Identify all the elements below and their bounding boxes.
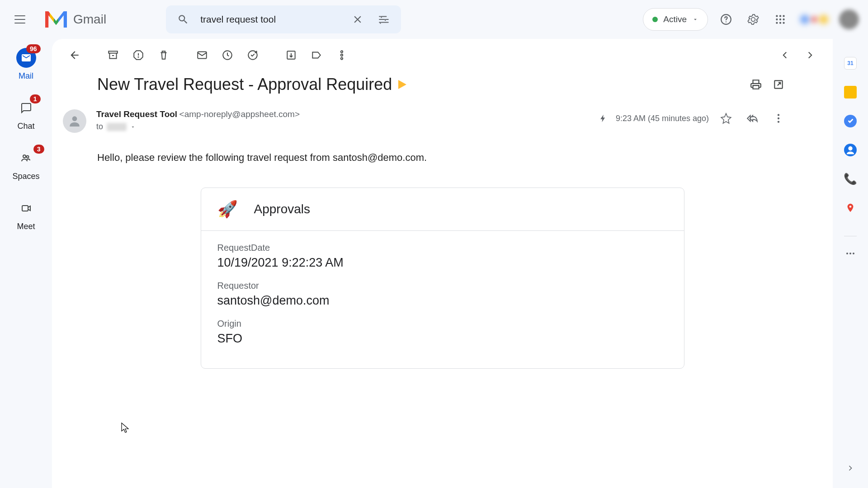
chat-icon xyxy=(21,103,32,113)
star-button[interactable] xyxy=(717,109,735,127)
sender-name: Travel Request Tool xyxy=(96,109,177,119)
back-button[interactable] xyxy=(63,43,86,67)
org-logo-blurred xyxy=(798,10,830,28)
settings-button[interactable] xyxy=(744,10,762,28)
status-dot-icon xyxy=(652,17,658,22)
search-box[interactable] xyxy=(166,5,401,33)
search-options-button[interactable] xyxy=(375,10,393,28)
chat-badge: 1 xyxy=(30,94,41,103)
archive-button[interactable] xyxy=(101,43,125,67)
labels-button[interactable] xyxy=(305,43,328,67)
prev-email-button[interactable] xyxy=(773,43,797,67)
email-intro-text: Hello, please review the following trave… xyxy=(97,151,788,165)
card-header: 🚀 Approvals xyxy=(201,188,684,231)
svg-point-26 xyxy=(778,117,779,119)
delete-button[interactable] xyxy=(152,43,175,67)
svg-rect-12 xyxy=(22,206,28,211)
email-subject: New Travel Request - Approval Required xyxy=(97,75,392,94)
svg-point-4 xyxy=(776,19,778,20)
next-email-button[interactable] xyxy=(798,43,822,67)
open-new-window-button[interactable] xyxy=(769,75,788,94)
rocket-icon: 🚀 xyxy=(217,200,238,219)
move-to-button[interactable] xyxy=(279,43,303,67)
logo-area[interactable]: Gmail xyxy=(45,11,106,28)
svg-point-22 xyxy=(341,57,343,59)
mark-unread-button[interactable] xyxy=(190,43,214,67)
svg-point-3 xyxy=(783,15,784,17)
email-timestamp: 9:23 AM (45 minutes ago) xyxy=(616,114,709,123)
print-button[interactable] xyxy=(747,75,765,94)
calendar-app-icon[interactable]: 31 xyxy=(844,57,857,70)
add-to-tasks-button[interactable] xyxy=(241,43,264,67)
svg-point-11 xyxy=(27,156,29,158)
nav-chat-label: Chat xyxy=(17,122,34,131)
main-menu-button[interactable] xyxy=(9,9,31,30)
svg-point-15 xyxy=(138,57,138,57)
label-flag-icon[interactable] xyxy=(398,80,406,89)
nav-mail-label: Mail xyxy=(19,71,33,81)
app-name: Gmail xyxy=(73,12,106,27)
header-right: Active xyxy=(643,8,859,31)
recipient-blurred xyxy=(107,123,127,131)
reply-all-button[interactable] xyxy=(743,109,761,127)
field-label: Origin xyxy=(217,319,668,329)
side-expand-button[interactable] xyxy=(846,464,855,474)
to-label: to xyxy=(96,122,103,131)
voice-app-icon[interactable]: 📞 xyxy=(844,173,857,185)
nav-spaces[interactable]: 3 Spaces xyxy=(12,148,39,181)
apps-button[interactable] xyxy=(771,10,789,28)
approval-card: 🚀 Approvals RequestDate 10/19/2021 9:22:… xyxy=(201,188,684,369)
field-requestor: Requestor santosh@demo.com xyxy=(217,281,668,308)
field-value: santosh@demo.com xyxy=(217,294,668,308)
spaces-badge: 3 xyxy=(33,145,44,154)
side-panel: 31 📞 xyxy=(833,39,868,488)
snooze-button[interactable] xyxy=(216,43,239,67)
keep-app-icon[interactable] xyxy=(844,86,857,99)
field-origin: Origin SFO xyxy=(217,319,668,346)
search-input[interactable] xyxy=(200,14,340,25)
email-body-container: New Travel Request - Approval Required T xyxy=(52,71,833,488)
mail-icon xyxy=(21,52,32,63)
svg-point-21 xyxy=(341,54,343,56)
card-body: RequestDate 10/19/2021 9:22:23 AM Reques… xyxy=(201,231,684,368)
content-area: New Travel Request - Approval Required T xyxy=(52,39,833,488)
svg-point-5 xyxy=(779,19,781,20)
tasks-app-icon[interactable] xyxy=(844,115,857,127)
support-button[interactable] xyxy=(717,10,735,28)
nav-mail[interactable]: 96 Mail xyxy=(16,48,36,81)
mail-badge: 96 xyxy=(26,44,41,53)
contacts-app-icon[interactable] xyxy=(844,144,857,156)
sender-row: Travel Request Tool <amp-noreply@appshee… xyxy=(63,109,788,133)
field-label: RequestDate xyxy=(217,243,668,253)
recipient-dropdown-icon[interactable] xyxy=(130,124,136,130)
svg-point-20 xyxy=(341,51,343,52)
svg-point-29 xyxy=(849,206,852,208)
gmail-logo-icon xyxy=(45,11,67,28)
email-toolbar xyxy=(52,39,833,71)
search-icon[interactable] xyxy=(174,10,192,28)
field-value: SFO xyxy=(217,332,668,346)
field-label: Requestor xyxy=(217,281,668,291)
clear-search-button[interactable] xyxy=(349,10,367,28)
card-title: Approvals xyxy=(254,202,311,216)
hamburger-icon xyxy=(14,15,25,23)
email-meta: 9:23 AM (45 minutes ago) xyxy=(599,109,788,127)
svg-point-28 xyxy=(848,146,852,150)
maps-app-icon[interactable] xyxy=(844,202,857,214)
more-actions-button[interactable] xyxy=(330,43,354,67)
nav-meet[interactable]: Meet xyxy=(16,198,36,231)
svg-point-8 xyxy=(779,22,781,23)
svg-point-2 xyxy=(779,15,781,17)
subject-row: New Travel Request - Approval Required xyxy=(97,75,788,94)
left-nav: 96 Mail 1 Chat 3 Spaces Meet xyxy=(0,39,52,488)
report-spam-button[interactable] xyxy=(127,43,150,67)
svg-point-25 xyxy=(778,114,779,116)
status-chip[interactable]: Active xyxy=(643,8,708,31)
email-more-button[interactable] xyxy=(769,109,788,127)
status-label: Active xyxy=(663,14,687,24)
svg-point-27 xyxy=(778,121,779,122)
sender-avatar[interactable] xyxy=(63,109,86,133)
nav-chat[interactable]: 1 Chat xyxy=(16,98,36,131)
side-more-icon[interactable] xyxy=(846,253,854,254)
account-avatar[interactable] xyxy=(839,9,859,29)
